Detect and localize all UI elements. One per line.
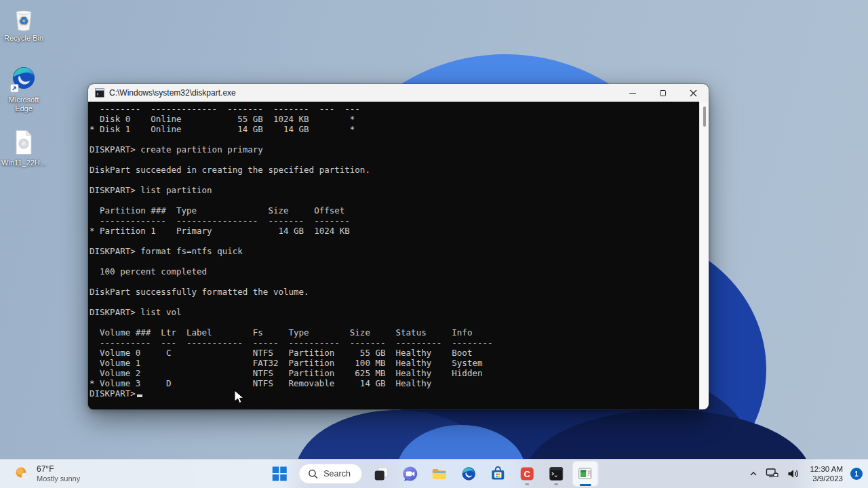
camtasia-icon: C — [519, 466, 535, 482]
notification-badge[interactable]: 1 — [850, 468, 863, 480]
file-explorer-icon — [431, 466, 448, 483]
diskpart-window: C:\Windows\system32\diskpart.exe -------… — [88, 84, 709, 409]
file-explorer-button[interactable] — [427, 461, 452, 487]
search-box[interactable]: Search — [298, 464, 362, 484]
imaging-tool-button[interactable] — [572, 461, 598, 487]
desktop-icon-recycle-bin[interactable]: ♻ Recycle Bin — [1, 3, 47, 43]
console-prompt: DISKPART> — [90, 388, 136, 399]
microsoft-store-button[interactable] — [485, 461, 511, 487]
desktop: ♻ Recycle Bin Microsoft Edge Win11_2 — [0, 0, 868, 488]
minimize-button[interactable] — [617, 84, 648, 102]
maximize-button[interactable] — [648, 84, 678, 102]
weather-icon — [14, 465, 31, 483]
start-button[interactable] — [267, 461, 292, 487]
imaging-tool-icon — [576, 466, 593, 483]
terminal-cursor — [137, 394, 142, 397]
weather-widget[interactable]: 67°F Mostly sunny — [8, 460, 85, 488]
desktop-icon-label: Win11_22H... — [1, 159, 47, 167]
camtasia-button[interactable]: C — [514, 461, 540, 487]
iso-file-icon — [9, 128, 38, 157]
console-output[interactable]: -------- ------------- ------- ------- -… — [88, 102, 699, 409]
mouse-cursor — [234, 390, 245, 405]
chat-icon — [401, 466, 418, 483]
console-window-icon — [95, 88, 104, 98]
command-prompt-button[interactable] — [543, 461, 569, 487]
weather-temperature: 67°F — [37, 464, 80, 474]
svg-text:♻: ♻ — [19, 14, 28, 27]
weather-condition: Mostly sunny — [37, 474, 80, 483]
desktop-icon-label: Microsoft Edge — [1, 96, 47, 113]
running-indicator — [525, 483, 529, 485]
maximize-icon — [660, 90, 666, 96]
clock[interactable]: 12:30 AM 3/9/2023 — [804, 464, 847, 483]
speaker-icon — [787, 468, 800, 480]
tray-date: 3/9/2023 — [810, 474, 843, 483]
taskbar: 67°F Mostly sunny Search — [0, 459, 868, 488]
search-icon — [308, 469, 318, 479]
window-title: C:\Windows\system32\diskpart.exe — [109, 88, 236, 98]
edge-taskbar-icon — [460, 466, 477, 482]
close-icon — [690, 89, 697, 97]
windows-start-icon — [271, 466, 288, 482]
recycle-bin-icon: ♻ — [9, 3, 38, 32]
desktop-icon-win11-iso[interactable]: Win11_22H... — [1, 128, 47, 167]
edge-icon — [9, 65, 38, 94]
task-view-button[interactable] — [368, 461, 394, 487]
minimize-icon — [629, 93, 636, 94]
edge-button[interactable] — [456, 461, 481, 487]
window-titlebar[interactable]: C:\Windows\system32\diskpart.exe — [88, 84, 709, 102]
volume-tray-button[interactable] — [784, 462, 802, 485]
chevron-up-icon — [749, 469, 758, 479]
tray-time: 12:30 AM — [810, 464, 843, 474]
microsoft-store-icon — [490, 466, 506, 482]
chat-button[interactable] — [397, 461, 423, 487]
console-text: -------- ------------- ------- ------- -… — [90, 104, 699, 388]
hidden-icons-button[interactable] — [746, 462, 761, 485]
svg-text:C: C — [524, 469, 530, 479]
desktop-icon-label: Recycle Bin — [1, 34, 47, 43]
console-scrollbar[interactable] — [699, 102, 709, 409]
scrollbar-thumb[interactable] — [703, 106, 706, 127]
network-icon — [766, 468, 779, 480]
active-window-indicator — [579, 484, 591, 486]
search-label: Search — [323, 469, 351, 479]
running-indicator — [554, 483, 558, 485]
task-view-icon — [373, 466, 389, 482]
close-button[interactable] — [678, 84, 709, 102]
network-tray-button[interactable] — [763, 462, 782, 485]
command-prompt-icon — [548, 466, 564, 482]
desktop-icon-microsoft-edge[interactable]: Microsoft Edge — [1, 65, 47, 113]
